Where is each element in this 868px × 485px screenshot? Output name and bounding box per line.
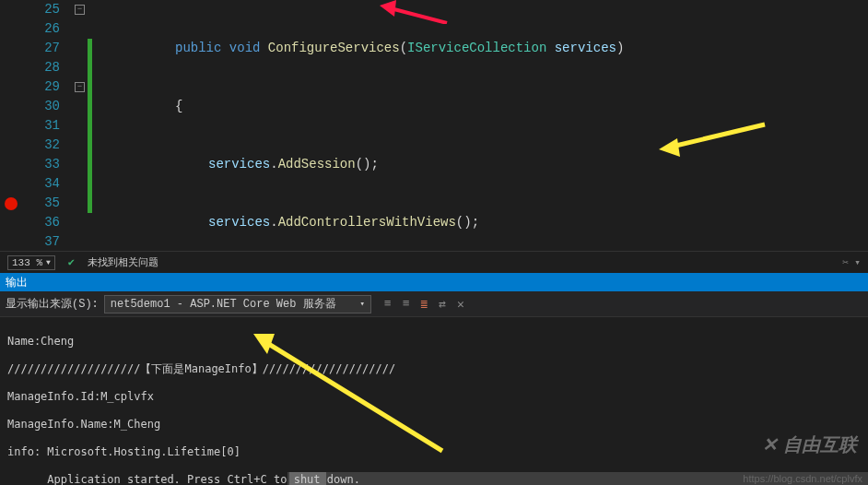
code-content[interactable]: public void ConfigureServices(IServiceCo… bbox=[92, 0, 868, 251]
output-panel-title: 输出 bbox=[0, 273, 868, 291]
indent-left-icon[interactable]: ≡ bbox=[384, 297, 392, 312]
output-line: ManageInfo.Name:M_Cheng bbox=[7, 418, 861, 432]
check-icon: ✔ bbox=[68, 255, 75, 269]
editor-status-bar: 133 %▼ ✔ 未找到相关问题 ✂ ▾ bbox=[0, 251, 868, 273]
csdn-watermark: https://blog.csdn.net/cplvfx bbox=[743, 473, 862, 484]
zoom-level[interactable]: 133 %▼ bbox=[7, 255, 55, 270]
svg-marker-0 bbox=[659, 138, 680, 157]
output-log[interactable]: Name:Cheng ////////////////////【下面是Manag… bbox=[0, 317, 868, 485]
indent-right-icon[interactable]: ≡ bbox=[403, 297, 410, 312]
output-line: info: Microsoft.Hosting.Lifetime[0] bbox=[7, 445, 861, 459]
code-editor[interactable]: 25 26 27 28 29 30 31 32 33 34 35 36 37 −… bbox=[0, 0, 868, 251]
output-source-label: 显示输出来源(S): bbox=[6, 296, 99, 312]
output-source-dropdown[interactable]: net5demo1 - ASP.NET Core Web 服务器▾ bbox=[104, 295, 371, 313]
watermark: ✕ 自由互联 bbox=[762, 432, 857, 457]
issues-label: 未找到相关问题 bbox=[88, 255, 158, 269]
fold-toggle[interactable]: − bbox=[75, 5, 85, 15]
line-numbers: 25 26 27 28 29 30 31 32 33 34 35 36 37 bbox=[0, 0, 69, 251]
clear-icon[interactable]: ✕ bbox=[457, 297, 464, 312]
output-line: Application started. Press Ctrl+C to shu… bbox=[7, 473, 861, 485]
output-line: Name:Cheng bbox=[7, 335, 861, 349]
output-line: ////////////////////【下面是ManageInfo】/////… bbox=[7, 362, 861, 376]
fold-toggle[interactable]: − bbox=[75, 82, 85, 92]
output-toolbar: 显示输出来源(S): net5demo1 - ASP.NET Core Web … bbox=[0, 291, 868, 317]
output-line: ManageInfo.Id:M_cplvfx bbox=[7, 390, 861, 404]
gutter: 25 26 27 28 29 30 31 32 33 34 35 36 37 −… bbox=[0, 0, 92, 251]
wrap-icon[interactable]: ⇄ bbox=[439, 297, 446, 312]
breakpoint-icon[interactable] bbox=[5, 197, 18, 210]
list-icon[interactable]: ≣ bbox=[420, 297, 428, 312]
